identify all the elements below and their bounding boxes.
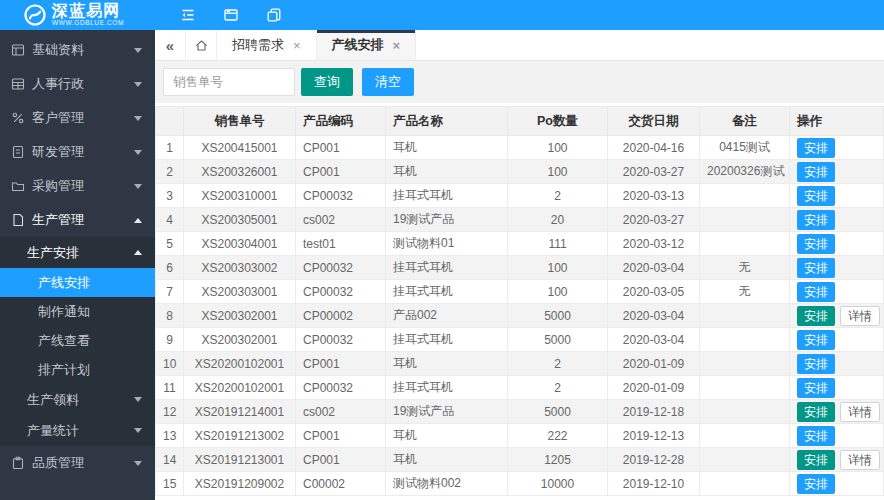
arrange-button[interactable]: 安排 (797, 378, 835, 398)
chevron-up-icon (134, 218, 142, 223)
table-cell: XS200303001 (184, 280, 296, 304)
table-cell: XS20200102001 (184, 376, 296, 400)
table-cell: 1205 (508, 448, 608, 472)
clear-button[interactable]: 清空 (362, 68, 414, 96)
table-cell (700, 400, 790, 424)
table-cell: XS200415001 (184, 136, 296, 160)
sidebar-item[interactable]: 品质管理 (0, 446, 155, 480)
sidebar-item[interactable]: 研发管理 (0, 135, 155, 169)
query-button[interactable]: 查询 (301, 68, 353, 96)
tab-active[interactable]: 产线安排× (317, 30, 417, 60)
chevron-down-icon (134, 116, 142, 121)
sidebar-item[interactable]: 排产计划 (0, 355, 155, 384)
close-tab-icon[interactable]: × (393, 39, 401, 52)
arrange-button[interactable]: 安排 (797, 138, 835, 158)
table-cell: test01 (296, 232, 386, 256)
actions-cell: 安排 (790, 136, 884, 160)
table-row: 4XS200305001cs00219测试产品202020-03-27安排 (156, 208, 884, 232)
table-row: 7XS200303001CP00032挂耳式耳机1002020-03-05无安排 (156, 280, 884, 304)
table-cell: 耳机 (386, 160, 508, 184)
sidebar-item[interactable]: 基础资料 (0, 33, 155, 67)
home-icon[interactable] (186, 30, 217, 60)
actions-cell: 安排 (790, 352, 884, 376)
arrange-button[interactable]: 安排 (797, 186, 835, 206)
detail-button[interactable]: 详情 (840, 402, 880, 422)
table-cell: 2 (508, 376, 608, 400)
sidebar-item[interactable]: 制作通知 (0, 297, 155, 326)
table-row: 14XS20191213001CP001耳机12052019-12-28安排详情 (156, 448, 884, 472)
tabbar: « 招聘需求×产线安排× (155, 30, 884, 61)
arrange-button[interactable]: 安排 (797, 306, 835, 326)
table-cell: 耳机 (386, 448, 508, 472)
table-cell: XS200305001 (184, 208, 296, 232)
table-cell: 6 (156, 256, 184, 280)
table-cell (700, 424, 790, 448)
arrange-button[interactable]: 安排 (797, 474, 835, 494)
table-cell: 20200326测试 (700, 160, 790, 184)
table-cell: 2020-03-05 (608, 280, 700, 304)
table-cell: XS200310001 (184, 184, 296, 208)
table-cell: 2 (156, 160, 184, 184)
detail-button[interactable]: 详情 (840, 450, 880, 470)
table-cell: 100 (508, 136, 608, 160)
customer-icon (11, 111, 25, 125)
table-cell: 20 (508, 208, 608, 232)
table-row: 12XS20191214001cs00219测试产品50002019-12-18… (156, 400, 884, 424)
table-cell (700, 232, 790, 256)
chevron-down-icon (134, 428, 142, 433)
table-cell: XS200326001 (184, 160, 296, 184)
sidebar-item[interactable]: 采购管理 (0, 169, 155, 203)
table-row: 9XS200302001CP00032挂耳式耳机50002020-03-04安排 (156, 328, 884, 352)
arrange-button[interactable]: 安排 (797, 210, 835, 230)
sidebar-item[interactable]: 生产领料 (0, 384, 155, 415)
sales-order-search-input[interactable] (163, 68, 295, 96)
sidebar-item[interactable]: 客户管理 (0, 101, 155, 135)
table-cell: 15 (156, 472, 184, 496)
table-cell: C00002 (296, 472, 386, 496)
actions-cell: 安排 (790, 328, 884, 352)
table-cell: 9 (156, 328, 184, 352)
table-cell (700, 184, 790, 208)
table-cell: 挂耳式耳机 (386, 256, 508, 280)
table-row: 1XS200415001CP001耳机1002020-04-160415测试安排 (156, 136, 884, 160)
copy-icon[interactable] (266, 7, 282, 23)
table-row: 10XS20200102001CP001耳机22020-01-09安排 (156, 352, 884, 376)
collapse-tabs-icon[interactable]: « (155, 30, 186, 60)
table-cell (700, 208, 790, 232)
table-cell: 14 (156, 448, 184, 472)
table-cell: 0415测试 (700, 136, 790, 160)
menu-fold-icon[interactable] (180, 7, 196, 23)
arrange-button[interactable]: 安排 (797, 402, 835, 422)
arrange-button[interactable]: 安排 (797, 282, 835, 302)
sidebar-item[interactable]: 生产安排 (0, 237, 155, 268)
arrange-button[interactable]: 安排 (797, 330, 835, 350)
sidebar-item[interactable]: 人事行政 (0, 67, 155, 101)
chevron-down-icon (134, 150, 142, 155)
arrange-button[interactable]: 安排 (797, 354, 835, 374)
table-cell: 10 (156, 352, 184, 376)
window-tabs-icon[interactable] (223, 7, 239, 23)
tab-inactive[interactable]: 招聘需求× (217, 30, 317, 60)
table-cell: 产品002 (386, 304, 508, 328)
sidebar-item[interactable]: 生产管理 (0, 203, 155, 237)
main-content: « 招聘需求×产线安排× 查询 清空 (155, 30, 884, 500)
quality-icon (11, 456, 25, 470)
sidebar-item[interactable]: 产线查看 (0, 326, 155, 355)
column-header: 产品编码 (296, 107, 386, 136)
sidebar-item-active[interactable]: 产线安排 (0, 268, 155, 297)
sidebar-item[interactable]: 产量统计 (0, 415, 155, 446)
table-cell: 2020-03-13 (608, 184, 700, 208)
arrange-button[interactable]: 安排 (797, 162, 835, 182)
table-cell: 11 (156, 376, 184, 400)
actions-cell: 安排 (790, 424, 884, 448)
close-tab-icon[interactable]: × (293, 39, 301, 52)
table-cell: 耳机 (386, 352, 508, 376)
table-cell: 2020-03-04 (608, 256, 700, 280)
arrange-button[interactable]: 安排 (797, 258, 835, 278)
arrange-button[interactable]: 安排 (797, 426, 835, 446)
detail-button[interactable]: 详情 (840, 306, 880, 326)
table-row: 8XS200302001CP00002产品00250002020-03-04安排… (156, 304, 884, 328)
table-cell: CP00032 (296, 280, 386, 304)
arrange-button[interactable]: 安排 (797, 234, 835, 254)
arrange-button[interactable]: 安排 (797, 450, 835, 470)
